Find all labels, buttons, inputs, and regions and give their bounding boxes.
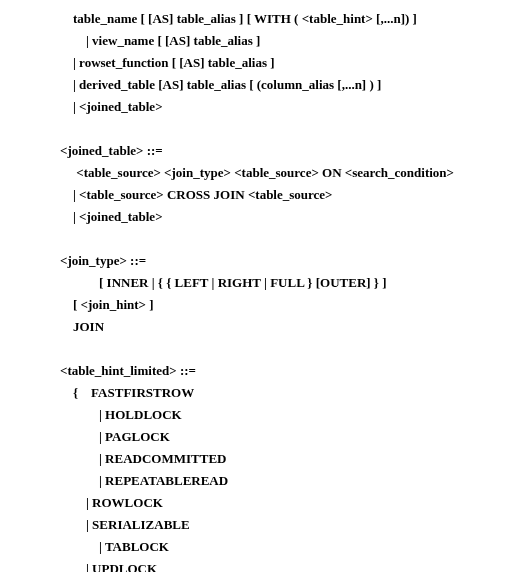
blank-line — [60, 338, 509, 360]
syntax-line: | rowset_function [ [AS] table_alias ] — [60, 52, 509, 74]
syntax-line: | TABLOCK — [60, 536, 509, 558]
blank-line — [60, 228, 509, 250]
syntax-line: <joined_table> ::= — [60, 140, 509, 162]
syntax-line: <table_source> <join_type> <table_source… — [60, 162, 509, 184]
syntax-line: JOIN — [60, 316, 509, 338]
syntax-line: | UPDLOCK — [60, 558, 509, 572]
syntax-line: | <joined_table> — [60, 96, 509, 118]
syntax-line: [ INNER | { { LEFT | RIGHT | FULL } [OUT… — [60, 272, 509, 294]
syntax-line: | SERIALIZABLE — [60, 514, 509, 536]
syntax-line: | PAGLOCK — [60, 426, 509, 448]
syntax-line: { FASTFIRSTROW — [60, 382, 509, 404]
syntax-line: | <table_source> CROSS JOIN <table_sourc… — [60, 184, 509, 206]
blank-line — [60, 118, 509, 140]
syntax-line: <table_hint_limited> ::= — [60, 360, 509, 382]
syntax-line: [ <join_hint> ] — [60, 294, 509, 316]
syntax-line: <join_type> ::= — [60, 250, 509, 272]
syntax-line: | HOLDLOCK — [60, 404, 509, 426]
syntax-line: | view_name [ [AS] table_alias ] — [60, 30, 509, 52]
syntax-line: | READCOMMITTED — [60, 448, 509, 470]
syntax-line: | ROWLOCK — [60, 492, 509, 514]
syntax-line: | <joined_table> — [60, 206, 509, 228]
syntax-line: | derived_table [AS] table_alias [ (colu… — [60, 74, 509, 96]
syntax-line: | REPEATABLEREAD — [60, 470, 509, 492]
syntax-line: table_name [ [AS] table_alias ] [ WITH (… — [60, 8, 509, 30]
